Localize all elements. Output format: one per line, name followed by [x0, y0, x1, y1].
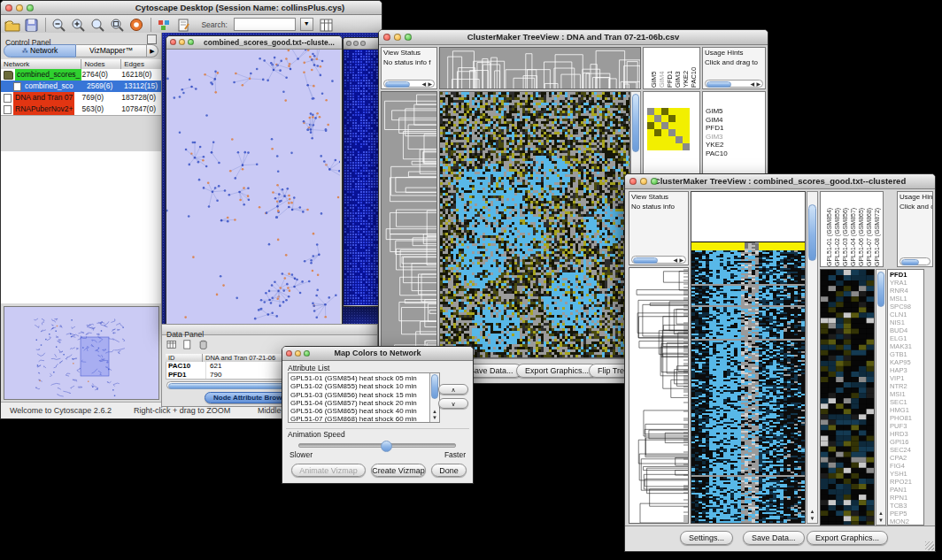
network-canvas[interactable]: [166, 50, 340, 327]
tv2-vscrollbar[interactable]: ▲▼: [807, 191, 818, 524]
export-graphics-button[interactable]: Export Graphics...: [516, 364, 598, 378]
col-header-nodes[interactable]: Nodes: [81, 59, 121, 69]
tv2-detail-heatmap[interactable]: [821, 270, 874, 525]
gene-label[interactable]: RNR4: [890, 287, 912, 295]
gene-label[interactable]: MSL1: [890, 295, 912, 303]
resize-grip[interactable]: [925, 541, 934, 550]
open-folder-icon[interactable]: [3, 17, 22, 33]
settings-button[interactable]: Settings...: [680, 531, 733, 545]
gene-label[interactable]: MAK31: [890, 342, 912, 350]
zoom-window-icon[interactable]: [188, 39, 194, 45]
help-ring-icon[interactable]: [127, 17, 147, 33]
tv2-row-dendrogram[interactable]: [629, 268, 688, 523]
close-icon[interactable]: [629, 178, 637, 185]
close-icon[interactable]: [286, 350, 292, 357]
gene-label[interactable]: MON2: [890, 518, 912, 525]
minimize-icon[interactable]: [295, 350, 301, 357]
treeview2-titlebar[interactable]: ClusterMaker TreeView : combined_scores_…: [625, 174, 935, 189]
gene-label[interactable]: ELG1: [890, 334, 912, 342]
export-graphics-button[interactable]: Export Graphics...: [807, 531, 888, 545]
gene-label[interactable]: BUD4: [890, 326, 912, 334]
main-titlebar[interactable]: Cytoscape Desktop (Session Name: collins…: [1, 1, 382, 15]
close-icon[interactable]: [383, 34, 390, 41]
zoom-window-icon[interactable]: [27, 4, 34, 12]
minimize-icon[interactable]: [179, 39, 185, 45]
gene-label[interactable]: PAC10: [706, 150, 728, 158]
gene-label[interactable]: RPO21: [890, 478, 912, 486]
slider-thumb[interactable]: [381, 441, 392, 452]
gene-label[interactable]: CLN1: [890, 311, 912, 318]
dp-col-id[interactable]: ID: [166, 354, 203, 362]
gene-label[interactable]: RPN1: [890, 494, 912, 502]
tv1-status-scrollbar[interactable]: ◀▶: [383, 80, 435, 88]
network-table-row[interactable]: RNAPuberNov2+563(0)107847(0): [1, 104, 161, 115]
gene-label[interactable]: YRA1: [890, 279, 912, 287]
new-page-icon[interactable]: [182, 340, 198, 353]
window-controls[interactable]: [5, 4, 34, 12]
minimize-icon[interactable]: [353, 41, 359, 46]
attribute-table-icon[interactable]: [166, 340, 182, 353]
gene-label[interactable]: GPI16: [890, 438, 912, 446]
create-vizmapbutton[interactable]: Create Vizmap: [371, 464, 426, 477]
move-down-button[interactable]: ∨: [438, 398, 468, 409]
attribute-item[interactable]: GPL51-03 (GSM856) heat shock 15 min: [290, 391, 429, 399]
dense-network-canvas[interactable]: [344, 50, 380, 305]
report-table-icon[interactable]: [317, 17, 336, 33]
col-header-network[interactable]: Network: [1, 59, 81, 69]
move-up-button[interactable]: ∧: [438, 384, 468, 395]
tv1-column-dendrogram[interactable]: [440, 48, 640, 88]
cluster-matrix[interactable]: [647, 108, 690, 150]
attribute-item[interactable]: GPL51-07 (GSM868) heat shock 60 min: [290, 415, 429, 423]
network-overview-panel[interactable]: [4, 306, 159, 400]
col-header-edges[interactable]: Edges: [121, 59, 161, 69]
gene-label[interactable]: PFD1: [706, 124, 728, 133]
attribute-list-scrollbar[interactable]: ▲▼: [429, 373, 439, 422]
gene-label[interactable]: CPA2: [890, 454, 912, 462]
treeview1-titlebar[interactable]: ClusterMaker TreeView : DNA and Tran 07-…: [379, 30, 768, 45]
zoom-fit-icon[interactable]: [89, 17, 108, 33]
zoom-window-icon[interactable]: [360, 41, 366, 46]
gene-label[interactable]: KAP95: [890, 358, 912, 366]
zoom-out-icon[interactable]: [50, 17, 69, 33]
gene-label[interactable]: HMG1: [890, 406, 912, 414]
gene-label[interactable]: SEC24: [890, 446, 912, 454]
save-icon[interactable]: [22, 17, 42, 33]
dialog-titlebar[interactable]: Map Colors to Network: [282, 347, 473, 361]
gene-label[interactable]: PUF3: [890, 422, 912, 430]
animate-vizmapbutton[interactable]: Animate Vizmap: [291, 464, 366, 477]
tv2-detail-scrollbar[interactable]: ▲▼: [876, 269, 886, 525]
gene-label[interactable]: GIM4: [706, 116, 728, 125]
delete-table-icon[interactable]: [198, 340, 214, 353]
network-table-row[interactable]: DNA and Tran 07769(0)183728(0): [1, 92, 161, 104]
gene-label[interactable]: TCB3: [890, 502, 912, 510]
close-icon[interactable]: [346, 41, 351, 46]
gene-label[interactable]: GIM5: [706, 107, 728, 116]
tab-overflow-arrow[interactable]: ▶: [147, 44, 158, 58]
float-panel-icon[interactable]: [147, 35, 157, 44]
gene-label[interactable]: GTB1: [890, 350, 912, 358]
attribute-item[interactable]: GPL51-06 (GSM865) heat shock 40 min: [290, 407, 429, 415]
zoom-selected-icon[interactable]: [108, 17, 127, 33]
vizmapper-icon[interactable]: [155, 17, 174, 33]
gene-label[interactable]: PAN1: [890, 486, 912, 494]
gene-label[interactable]: NIS1: [890, 318, 912, 326]
minimize-icon[interactable]: [640, 178, 647, 185]
close-icon[interactable]: [5, 4, 12, 12]
minimize-icon[interactable]: [394, 34, 401, 41]
gene-label[interactable]: PFD1: [890, 271, 912, 279]
search-dropdown-icon[interactable]: ▼: [300, 18, 313, 31]
zoom-window-icon[interactable]: [405, 34, 412, 41]
tv1-usage-scrollbar[interactable]: ◀▶: [705, 80, 763, 88]
zoom-in-icon[interactable]: [69, 17, 89, 33]
background-network-window[interactable]: [343, 37, 382, 307]
attribute-item[interactable]: GPL51-04 (GSM857) heat shock 20 min: [290, 399, 429, 407]
tv1-row-dendrogram[interactable]: [382, 92, 436, 357]
gene-label[interactable]: NTR2: [890, 382, 912, 390]
attribute-listbox[interactable]: GPL51-01 (GSM854) heat shock 05 minGPL51…: [288, 372, 440, 423]
gene-label[interactable]: FIG4: [890, 462, 912, 470]
network-overview-canvas[interactable]: [4, 307, 158, 399]
gene-label[interactable]: GIM3: [706, 133, 728, 142]
attribute-item[interactable]: GPL51-02 (GSM855) heat shock 10 min: [290, 382, 429, 390]
tv1-heatmap-canvas[interactable]: [440, 92, 629, 357]
tab-vizmapper[interactable]: VizMapper™: [76, 44, 147, 58]
